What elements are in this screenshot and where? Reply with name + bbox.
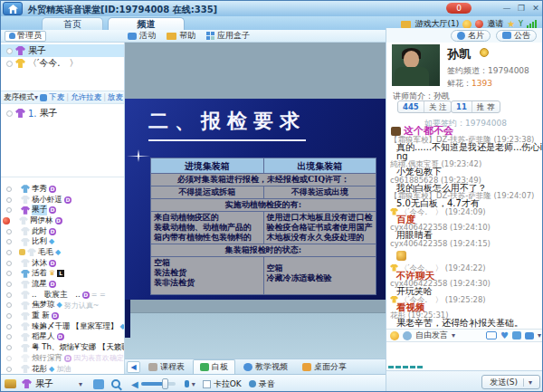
slide-edge-strip [125, 300, 130, 338]
user-row[interactable]: 此时D [1, 226, 125, 237]
user-row[interactable]: 沐沐D [1, 258, 125, 269]
mic-link-0[interactable]: 下麦 [49, 92, 64, 103]
chat-text: 果老辛苦，还得给补报关基础。 [396, 319, 543, 328]
mic-link-2[interactable]: 放麦 [108, 92, 123, 103]
follow-button[interactable]: 445 关 注 [397, 100, 452, 113]
sparkle-decoration [127, 149, 150, 162]
recommend-label: 推 荐 [472, 101, 500, 112]
slide-title: 二、报检要求 [148, 108, 306, 141]
send-bar: 发送(S) ▾ [386, 370, 543, 392]
mic-icon[interactable] [185, 380, 189, 387]
mic-link-1[interactable]: 允许拉麦 [71, 92, 101, 103]
card-button[interactable]: 名片 [451, 30, 491, 42]
chat-toolbar: 自由发言 ▾ ♥ ▾ [386, 329, 543, 342]
tab-home[interactable]: 首页 [42, 17, 103, 30]
maximize-button[interactable]: ❐ [515, 3, 528, 14]
board-tab-课程表[interactable]: 课程表 [142, 360, 191, 374]
chat-text: 真的......不知道是我还是老师...伤心ing [396, 143, 543, 160]
mic-mode-caret-icon[interactable]: ▾ [34, 93, 38, 101]
queue-name: 果子 [40, 107, 58, 120]
user-row[interactable]: 果子D [1, 205, 125, 215]
search-icon[interactable] [111, 379, 120, 388]
mic-caret-icon[interactable]: ▾ [192, 380, 195, 388]
volume-slider[interactable] [141, 382, 176, 386]
bottom-bar: 果子 ▾ ◀ ▾ 卡拉OK 录音 [1, 374, 386, 392]
mic-mode-label[interactable]: 麦序模式 [4, 92, 34, 103]
close-button[interactable]: ✕ [529, 3, 542, 14]
emoji-picker-icon[interactable] [390, 331, 399, 340]
card-icon [457, 32, 465, 40]
user-row[interactable]: 比利◆ [1, 236, 125, 247]
smiley-icon[interactable] [462, 20, 472, 29]
toolbar-label-1: 帮助 [179, 30, 195, 42]
board-tab-bar: ◀ 课程表白板教学视频桌面分享 [125, 359, 386, 374]
user-row[interactable]: 杨小虾逗D [1, 195, 125, 206]
board-tab-桌面分享[interactable]: 桌面分享 [296, 360, 353, 374]
user-row[interactable]: ..ゝ歌宸主ゞ..D= = [1, 290, 125, 301]
user-row[interactable]: 重 新D [1, 311, 125, 321]
speak-mode-caret-icon[interactable]: ▾ [452, 331, 455, 339]
speaker-icon[interactable]: ◀ [131, 379, 138, 389]
user-row[interactable]: 活着♛L [1, 269, 125, 280]
toolbar-label-2: 应用盒子 [217, 30, 250, 42]
user-row[interactable]: 焦梦琼◆努力认真~ [1, 301, 125, 311]
self-shirt-icon [22, 379, 32, 388]
emoji-message [396, 251, 406, 261]
user-row[interactable]: 稻星人D [1, 332, 125, 343]
red-ball-icon[interactable] [475, 20, 483, 28]
window-title: 外贸精英语音课堂[ID:19794008 在线:335] [28, 4, 217, 16]
whiteboard-area[interactable]: 二、报检要求 进境集装箱出境集装箱必须对集装箱进行报检，未经报检或CIQ许可：不… [125, 43, 386, 359]
chat-input[interactable] [386, 343, 543, 370]
user-row[interactable]: 臻嫲〆千珊【皇家军理】◆ [1, 321, 125, 332]
chat-bubble-icon[interactable] [525, 332, 534, 339]
toolbar-item-0[interactable]: 活动 [128, 30, 156, 42]
heart-icon[interactable]: ♥ [500, 330, 509, 340]
speak-mode-label[interactable]: 自由发言 [415, 330, 448, 341]
recommend-count: 11 [452, 101, 472, 112]
board-tab-教学视频[interactable]: 教学视频 [237, 360, 294, 374]
send-label: 发送(S) [490, 377, 518, 388]
mic-tool-icon[interactable] [40, 94, 47, 101]
board-gray-band [125, 300, 386, 312]
chat-messages: 这个都不会【霜狼军校】DZ-扶苏-萨菲隆 (19:23:38)真的......不… [390, 126, 543, 329]
karaoke-checkbox[interactable] [203, 380, 211, 388]
radio-icon [6, 110, 13, 117]
user-row[interactable]: 毛毛◆ [1, 247, 125, 258]
more-caret-icon[interactable]: ▾ [538, 331, 541, 339]
card-label: 名片 [468, 30, 484, 42]
board-tab-白板[interactable]: 白板 [193, 359, 235, 374]
voice-icon[interactable] [403, 331, 412, 340]
user-row[interactable]: 烛行深宵D因为表喜欢确定无尾犬... [1, 353, 125, 364]
tab-channel[interactable]: 频道 [108, 17, 185, 30]
send-button[interactable]: 发送(S) ▾ [481, 375, 540, 389]
admin-row[interactable]: 果子 [1, 44, 125, 57]
tv-icon[interactable] [486, 331, 497, 339]
game-hall-icon[interactable] [401, 21, 411, 28]
app-window: 外贸精英语音课堂[ID:19794008 在线:335] 0 — ❐ ✕ 首页 … [0, 0, 543, 392]
self-caret-icon[interactable]: ▾ [79, 380, 82, 388]
self-name: 果子 [35, 378, 53, 390]
add-contact-icon[interactable] [93, 379, 104, 389]
home-icon[interactable] [3, 2, 23, 15]
teacher-channel: 签约频道：19794008 [447, 65, 529, 77]
admin-row[interactable]: 〈′今今. 〉 [1, 57, 125, 70]
toolbar-item-1[interactable]: 帮助 [167, 30, 195, 42]
minimize-button[interactable]: — [500, 3, 513, 14]
user-row[interactable]: 粤 Th、烦恼¥′安娜【天籁歌手】 [1, 342, 125, 353]
gift-icon[interactable] [512, 331, 521, 339]
record-icon[interactable] [249, 380, 256, 387]
chat-name: cyx406422358 (19:24:15) [390, 240, 543, 247]
user-row[interactable]: 网伊林D [1, 215, 125, 226]
teacher-photo [392, 44, 440, 86]
toolbar-item-2[interactable]: 应用盒子 [206, 30, 250, 42]
message-count-badge[interactable]: 0 [446, 3, 472, 14]
recommend-button[interactable]: 11 推 荐 [451, 100, 500, 113]
briefcase-icon[interactable] [5, 379, 16, 388]
notice-button[interactable]: 公告 [496, 30, 537, 42]
collapse-left-icon[interactable]: ◀ [127, 361, 140, 373]
user-row[interactable]: 流星D [1, 279, 125, 290]
admin-button[interactable]: 管理员 [5, 31, 46, 42]
user-row[interactable]: 花彤◆加油 [1, 364, 125, 374]
mic-queue-item[interactable]: 1. 果子 [1, 107, 125, 120]
user-row[interactable]: 李秀D [1, 184, 125, 195]
